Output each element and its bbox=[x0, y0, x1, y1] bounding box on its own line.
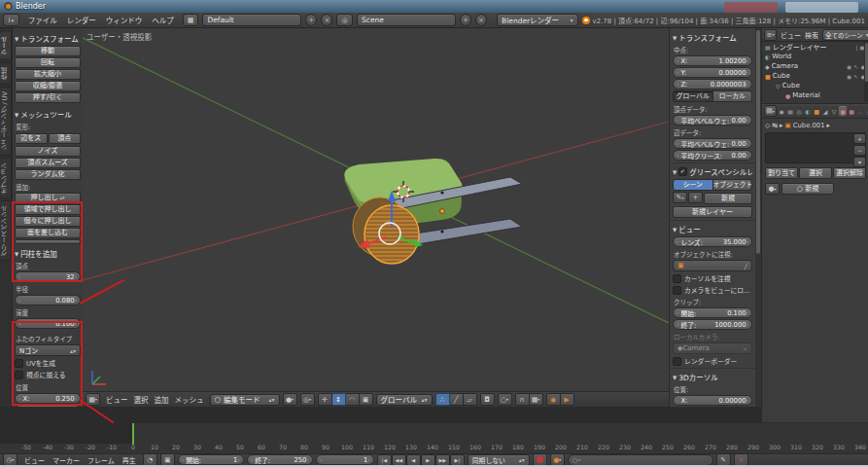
decrement-arrow[interactable]: ‹ bbox=[320, 456, 322, 463]
lock-camera-checkbox[interactable]: カメラをビューにロ... bbox=[673, 285, 752, 295]
extrude-menu-button[interactable]: 押し出し▴▾ bbox=[15, 193, 81, 203]
increment-arrow[interactable]: › bbox=[746, 57, 748, 64]
viewport-scene[interactable] bbox=[83, 28, 669, 391]
menu-item[interactable]: ヘルプ bbox=[147, 15, 179, 25]
snap-magnet-icon[interactable]: ∩ bbox=[515, 393, 530, 406]
remove-slot-button[interactable]: − bbox=[853, 145, 866, 156]
decrement-arrow[interactable]: ‹ bbox=[251, 456, 253, 463]
close-icon[interactable]: × bbox=[743, 345, 747, 352]
start-frame-field[interactable]: ‹開始:1› bbox=[178, 454, 244, 465]
proportional-edit-dropdown[interactable]: ○▾ bbox=[498, 393, 512, 406]
lock-cursor-checkbox[interactable]: カーソルを注視 bbox=[673, 273, 752, 283]
decrement-arrow[interactable]: ‹ bbox=[677, 140, 678, 147]
menu-item[interactable]: レンダー bbox=[62, 15, 101, 25]
delete-scene-button[interactable]: × bbox=[475, 14, 487, 26]
panel-header-grease-pencil[interactable]: ▼グリースペンシルレイ bbox=[673, 166, 752, 177]
deselect-button[interactable]: 選択解除 bbox=[833, 167, 866, 179]
tab-particles-icon[interactable]: ∴ bbox=[856, 106, 864, 116]
window-titlebar[interactable]: Blender bbox=[0, 0, 868, 13]
lock-object-field[interactable]: ▣╱ bbox=[673, 260, 752, 271]
tool-shelf-tab[interactable]: ツール bbox=[0, 31, 12, 60]
decrement-arrow[interactable]: ‹ bbox=[18, 297, 20, 304]
decrement-arrow[interactable]: ‹ bbox=[677, 309, 678, 316]
rotate-manipulator-icon[interactable]: ◠ bbox=[346, 393, 360, 406]
local-camera-field[interactable]: ◆Camera× bbox=[673, 342, 752, 354]
cap-fill-select[interactable]: Nゴン▴▾ bbox=[15, 344, 81, 356]
edge-select-icon[interactable]: ╱ bbox=[450, 393, 464, 406]
lens-field[interactable]: ‹レンズ:35.000› bbox=[673, 236, 752, 247]
tool-shelf-tab[interactable]: 作成 bbox=[0, 62, 12, 85]
next-keyframe-button[interactable]: ▶▶ bbox=[435, 454, 450, 466]
face-select-icon[interactable]: ▱ bbox=[464, 393, 477, 406]
add-icon[interactable]: + bbox=[688, 192, 703, 203]
pivot-center-dropdown[interactable]: ◎▾ bbox=[300, 393, 315, 406]
menu-item[interactable]: ビュー bbox=[103, 394, 131, 405]
increment-arrow[interactable]: › bbox=[746, 152, 748, 159]
radius-field[interactable]: ‹0.080› bbox=[15, 295, 81, 305]
increment-arrow[interactable]: › bbox=[237, 456, 239, 463]
outliner-row-renderlayers[interactable]: ▤レンダーレイヤー| ▣ bbox=[762, 42, 868, 52]
editor-type-info-icon[interactable]: i▾ bbox=[3, 14, 19, 26]
scene-select[interactable]: Scene bbox=[357, 14, 456, 26]
tab-material-icon[interactable]: ● bbox=[839, 106, 847, 116]
decrement-arrow[interactable]: ‹ bbox=[677, 57, 678, 64]
number-field[interactable]: ‹Z:0.0000003› bbox=[673, 79, 752, 90]
menu-item[interactable]: メッシュ bbox=[172, 394, 207, 405]
hide-icon[interactable]: ◉ bbox=[847, 73, 851, 80]
tool-button[interactable]: 頂点 bbox=[49, 133, 82, 144]
outliner-row-material[interactable]: ●Material bbox=[762, 90, 868, 100]
increment-arrow[interactable]: › bbox=[75, 273, 77, 280]
checkbox-icon[interactable] bbox=[15, 359, 23, 368]
vertex-bevel-weight-field[interactable]: ‹平均ベベルウェ:0.00› bbox=[673, 115, 752, 126]
manipulator-toggle-icon[interactable]: ✛ bbox=[318, 393, 332, 406]
decrement-arrow[interactable]: ‹ bbox=[677, 397, 678, 404]
checkbox-row[interactable]: 視点に揃える bbox=[15, 370, 81, 379]
menu-item[interactable]: 再生 bbox=[119, 455, 140, 465]
number-field[interactable]: ‹Y:0.200› bbox=[15, 405, 81, 407]
number-field[interactable]: ‹Y:0.00000› bbox=[673, 67, 752, 78]
tab-modifiers-icon[interactable]: ◢ bbox=[821, 106, 829, 116]
increment-arrow[interactable]: › bbox=[306, 456, 308, 463]
viewport-shading-dropdown[interactable]: ●▾ bbox=[283, 393, 297, 406]
pin-icon[interactable]: ◇ bbox=[765, 122, 770, 129]
scene-icon[interactable]: ◎ bbox=[336, 14, 353, 26]
menu-item[interactable]: 追加 bbox=[152, 394, 172, 405]
assign-button[interactable]: 割り当て bbox=[765, 167, 798, 179]
tool-button[interactable]: 収縮/膨張 bbox=[15, 81, 81, 91]
decrement-arrow[interactable]: ‹ bbox=[182, 456, 184, 463]
draw-pencil-icon[interactable]: ✎▾ bbox=[673, 192, 687, 203]
mode-select[interactable]: ○編集モード▴▾ bbox=[210, 394, 280, 406]
menu-item[interactable]: マーカー bbox=[49, 455, 84, 465]
outliner-row-camera[interactable]: ◆Camera◉↖◆ bbox=[762, 61, 868, 71]
translate-manipulator-icon[interactable]: ↕ bbox=[332, 393, 346, 406]
current-frame-field[interactable]: ‹1› bbox=[316, 454, 374, 465]
menu-item[interactable]: 検索 bbox=[803, 30, 820, 40]
increment-arrow[interactable]: › bbox=[746, 140, 748, 147]
number-field[interactable]: ‹X:1.00200› bbox=[673, 55, 752, 66]
add-slot-button[interactable]: + bbox=[853, 133, 866, 144]
depth-field[interactable]: ‹0.100› bbox=[15, 318, 81, 329]
editor-type-outliner-icon[interactable]: ≡▾ bbox=[764, 29, 777, 41]
scale-manipulator-icon[interactable]: ▣ bbox=[360, 393, 373, 406]
menu-item[interactable]: ウィンドウ bbox=[101, 15, 148, 25]
selectable-icon[interactable]: ↖ bbox=[853, 63, 858, 70]
object-button[interactable]: オブジェクト bbox=[713, 179, 753, 191]
outliner-row-world[interactable]: ◐World bbox=[762, 52, 868, 61]
delete-layout-button[interactable]: × bbox=[321, 14, 332, 26]
tab-render-layers-icon[interactable]: ▤ bbox=[786, 106, 794, 116]
increment-arrow[interactable]: › bbox=[75, 320, 77, 327]
tool-button[interactable]: 押す/引く bbox=[15, 92, 81, 103]
menu-item[interactable]: ファイル bbox=[23, 15, 62, 25]
timeline-canvas[interactable] bbox=[0, 422, 868, 445]
panel-header-add-cylinder[interactable]: ▼円柱を追加 bbox=[15, 248, 81, 259]
outliner-row-cube-data[interactable]: ▽Cube bbox=[762, 81, 868, 90]
increment-arrow[interactable]: › bbox=[746, 117, 748, 124]
menu-item[interactable]: ビュー bbox=[20, 455, 49, 465]
edge-crease-field[interactable]: ‹平均クリース:0.00› bbox=[673, 150, 752, 161]
scrollbar-thumb[interactable] bbox=[756, 30, 760, 254]
add-scene-button[interactable]: + bbox=[460, 14, 471, 26]
tab-data-icon[interactable]: ▽ bbox=[830, 106, 838, 116]
end-frame-field[interactable]: ‹終了:250› bbox=[247, 454, 313, 465]
tool-button[interactable]: 回転 bbox=[15, 57, 81, 68]
panel-header-transform[interactable]: ▼トランスフォーム bbox=[673, 32, 752, 43]
